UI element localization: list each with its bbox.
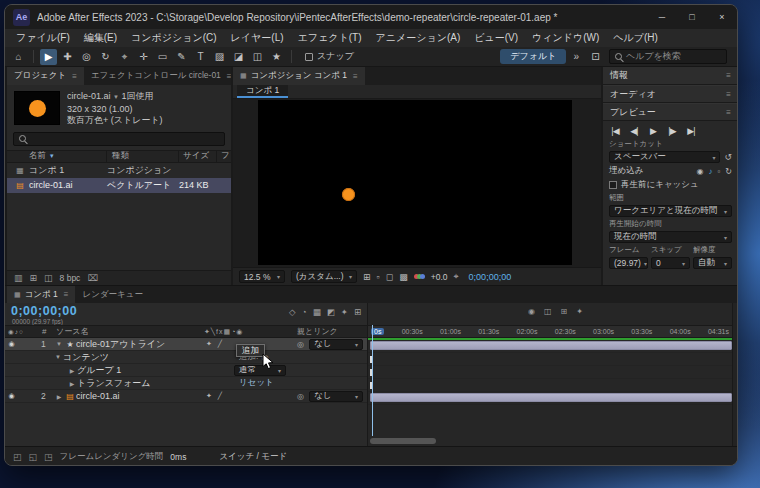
current-timecode[interactable]: 0;00;00;00 — [11, 304, 77, 318]
folder-icon[interactable]: ▥ — [14, 273, 23, 283]
column-source-name[interactable]: ソース名 — [56, 326, 204, 337]
time-ruler[interactable]: 0s 00:30s 01:00s 01:30s 02:00s 02:30s 03… — [368, 325, 732, 338]
menu-file[interactable]: ファイル(F) — [9, 31, 77, 45]
project-row-comp[interactable]: ▦ コンポ 1 コンポジション — [7, 163, 231, 178]
layer-name[interactable]: circle-01.ai — [76, 391, 120, 401]
puppet-tool-icon[interactable]: ★ — [268, 49, 285, 65]
pan-behind-tool-icon[interactable]: ✛ — [135, 49, 152, 65]
comp-flow-icon[interactable]: ⊞ — [561, 307, 568, 316]
pen-tool-icon[interactable]: ✎ — [173, 49, 190, 65]
region-of-interest-icon[interactable]: ▫ — [377, 272, 380, 282]
column-type[interactable]: 種類 — [107, 151, 179, 162]
panel-menu-icon[interactable]: ≡ — [726, 90, 731, 99]
bit-depth-button[interactable]: 8 bpc — [60, 273, 81, 283]
shortcut-dropdown[interactable]: スペースバー — [609, 151, 720, 163]
transform-row[interactable]: ▶ トランスフォーム リセット — [5, 377, 367, 390]
eye-icon[interactable]: ◉ — [5, 340, 18, 348]
composition-canvas[interactable] — [258, 100, 572, 265]
pickwhip-icon[interactable]: ◎ — [297, 392, 304, 401]
framerate-dropdown[interactable]: (29.97) — [609, 257, 648, 269]
magnification-dropdown[interactable]: 12.5 % — [239, 270, 285, 283]
workspace-default-tab[interactable]: デフォルト — [500, 49, 566, 64]
new-composition-icon[interactable]: ⊞ — [30, 273, 38, 283]
home-icon[interactable]: ⌂ — [10, 49, 27, 65]
selection-tool-icon[interactable]: ▶ — [40, 49, 57, 65]
layer-switches-icons[interactable]: ✦ ╱ — [206, 392, 224, 400]
snap-toggle[interactable]: スナップ — [305, 50, 354, 63]
audio-panel-header[interactable]: オーディオ ≡ — [603, 85, 738, 103]
tab-project[interactable]: プロジェクト ≡ — [7, 67, 84, 85]
tab-effect-controls[interactable]: エフェクトコントロール circle-01 ≡ — [84, 67, 231, 85]
expander-icon[interactable]: ▶ — [67, 380, 77, 387]
panel-menu-icon[interactable]: ≡ — [227, 72, 231, 81]
snapshot-icon[interactable]: ⌖ — [454, 271, 459, 282]
menu-effect[interactable]: エフェクト(T) — [291, 31, 369, 45]
hide-shy-layers-icon[interactable]: ▦ — [313, 307, 321, 317]
eraser-tool-icon[interactable]: ◫ — [249, 49, 266, 65]
resolution-preview-dropdown[interactable]: 自動 — [693, 257, 732, 269]
layer-duration-bar[interactable] — [370, 341, 732, 350]
viewer-tab-comp1[interactable]: コンポ 1 — [237, 85, 288, 98]
channels-icon[interactable] — [414, 274, 425, 279]
switches-modes-toggle[interactable]: スイッチ / モード — [219, 451, 287, 463]
preview-timecode[interactable]: 0;00;00;00 — [469, 272, 512, 282]
first-frame-button[interactable]: |◀ — [609, 126, 621, 136]
transform-label[interactable]: トランスフォーム — [77, 377, 150, 390]
close-button[interactable]: × — [707, 5, 737, 29]
trash-icon[interactable]: ⌧ — [87, 273, 97, 283]
menu-view[interactable]: ビュー(V) — [467, 31, 525, 45]
playhead-time-label[interactable]: 0s — [371, 328, 384, 335]
toggle-panes-icon[interactable]: ◱ — [29, 452, 38, 462]
comp-button-icon[interactable]: ◫ — [544, 307, 552, 316]
layer-duration-bar[interactable] — [370, 393, 732, 402]
menu-layer[interactable]: レイヤー(L) — [224, 31, 291, 45]
layer-row-1[interactable]: ◉ 1 ▼ ★ circle-01アウトライン ✦ ╱ ◎ なし — [5, 338, 367, 351]
exposure-value[interactable]: +0.0 — [431, 272, 448, 282]
type-tool-icon[interactable]: T — [192, 49, 209, 65]
play-from-dropdown[interactable]: 現在の時間 — [609, 231, 732, 243]
reset-icon[interactable]: ↺ — [724, 152, 732, 162]
comp-options-icon[interactable]: ✦ — [576, 307, 583, 316]
group-row[interactable]: ▶ グループ 1 通常 — [5, 364, 367, 377]
graph-editor-icon[interactable]: ⊞ — [354, 307, 361, 317]
toggle-panes-icon[interactable]: ◳ — [44, 452, 53, 462]
minimize-button[interactable]: ─ — [647, 5, 677, 29]
workspace-panel-icon[interactable]: ⊡ — [587, 49, 604, 65]
range-dropdown[interactable]: ワークエリアと現在の時間 — [609, 205, 732, 217]
include-video-eye-icon[interactable]: ◉ — [696, 167, 703, 176]
project-settings-icon[interactable]: ◫ — [44, 273, 53, 283]
eye-icon[interactable]: ◉ — [5, 392, 18, 400]
blend-mode-dropdown[interactable]: 通常 — [234, 365, 286, 376]
expander-icon[interactable]: ▼ — [53, 354, 63, 360]
expander-icon[interactable]: ▶ — [67, 367, 77, 374]
hand-tool-icon[interactable]: ✚ — [59, 49, 76, 65]
last-frame-button[interactable]: ▶| — [685, 126, 697, 136]
group-label[interactable]: グループ 1 — [77, 364, 121, 377]
preview-panel-header[interactable]: プレビュー ≡ — [603, 103, 738, 121]
workspace-overflow-button[interactable]: » — [573, 51, 579, 62]
reset-link[interactable]: リセット — [239, 377, 274, 389]
draft-3d-icon[interactable]: ◔ — [302, 307, 307, 317]
loop-icon[interactable]: ↻ — [725, 167, 732, 176]
panel-menu-icon[interactable]: ≡ — [72, 72, 77, 81]
maximize-button[interactable]: □ — [677, 5, 707, 29]
mask-visibility-icon[interactable]: ◻ — [386, 272, 393, 282]
panel-menu-icon[interactable]: ≡ — [726, 108, 731, 117]
layer-switches-icons[interactable]: ✦ ╱ — [206, 340, 224, 348]
panel-menu-icon[interactable]: ≡ — [64, 290, 69, 299]
zoom-tool-icon[interactable]: ◎ — [78, 49, 95, 65]
menu-help[interactable]: ヘルプ(H) — [606, 31, 665, 45]
project-columns-header[interactable]: 名前 種類 サイズ フ — [7, 150, 231, 163]
shape-tool-icon[interactable]: ▭ — [154, 49, 171, 65]
frame-blending-icon[interactable]: ◩ — [327, 307, 335, 317]
menu-window[interactable]: ウィンドウ(W) — [525, 31, 606, 45]
expander-icon[interactable]: ▶ — [54, 393, 64, 400]
pickwhip-icon[interactable]: ◎ — [297, 340, 304, 349]
column-extra[interactable]: フ — [217, 151, 231, 162]
playhead[interactable] — [372, 325, 373, 436]
orbit-tool-icon[interactable]: ↻ — [97, 49, 114, 65]
layer-row-2[interactable]: ◉ 2 ▶ ▤ circle-01.ai ✦ ╱ ◎ なし — [5, 390, 367, 403]
project-row-footage[interactable]: ▤ circle-01.ai ベクトルアート 214 KB — [7, 178, 231, 193]
previous-frame-button[interactable]: ◀| — [628, 126, 640, 136]
motion-blur-icon[interactable]: ✦ — [341, 307, 348, 317]
